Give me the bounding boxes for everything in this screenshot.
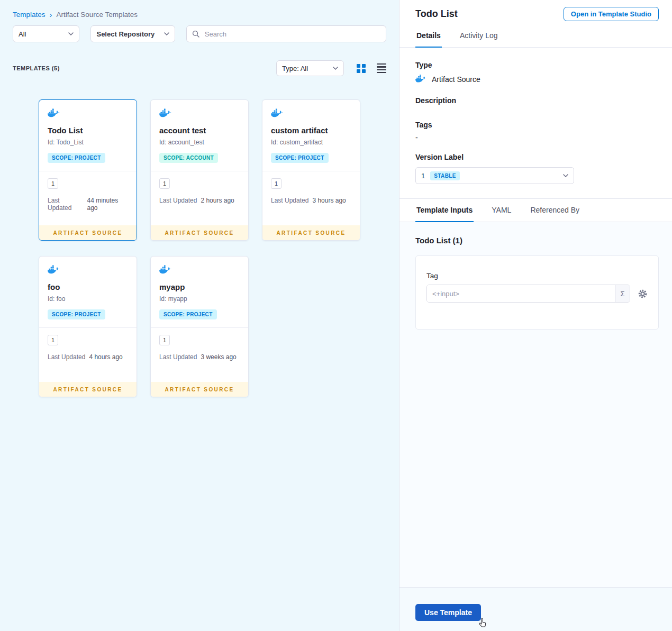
list-header: TEMPLATES (5) Type: All — [0, 60, 399, 76]
repository-filter-label: Select Repository — [96, 30, 155, 38]
tab-details[interactable]: Details — [415, 24, 442, 47]
scope-badge: SCOPE: ACCOUNT — [159, 153, 218, 163]
template-card[interactable]: foo Id: foo SCOPE: PROJECT 1 Last Update… — [39, 256, 137, 397]
tag-input-card: Tag Σ — [415, 255, 659, 330]
template-card-grid: Todo List Id: Todo_List SCOPE: PROJECT 1… — [39, 99, 360, 397]
template-name: account test — [159, 126, 240, 135]
breadcrumb-current: Artifact Source Templates — [57, 11, 138, 19]
template-id: Id: myapp — [159, 295, 240, 303]
chevron-down-icon — [563, 174, 568, 177]
last-updated-row: Last Updated 3 hours ago — [271, 197, 351, 204]
breadcrumb-templates-link[interactable]: Templates — [13, 11, 46, 19]
template-card[interactable]: account test Id: account_test SCOPE: ACC… — [150, 99, 249, 241]
breadcrumb: Templates › Artifact Source Templates — [0, 0, 399, 19]
list-view-icon[interactable] — [377, 62, 386, 75]
version-count-badge: 1 — [159, 335, 170, 345]
version-count-badge: 1 — [48, 178, 58, 189]
artifact-source-band: ARTIFACT SOURCE — [151, 382, 248, 397]
last-updated-row: Last Updated 4 hours ago — [48, 353, 128, 361]
template-id: Id: custom_artifact — [271, 139, 351, 146]
card-divider — [39, 327, 137, 328]
version-count-badge: 1 — [159, 178, 170, 189]
type-value: Artifact Source — [432, 75, 480, 84]
version-value: 1 — [421, 172, 425, 180]
artifact-source-band: ARTIFACT SOURCE — [151, 225, 248, 240]
use-template-button[interactable]: Use Template — [415, 604, 481, 621]
inputs-section-title: Todo List (1) — [415, 236, 659, 245]
chevron-down-icon — [164, 32, 169, 35]
card-divider — [151, 327, 248, 328]
search-input[interactable] — [204, 30, 380, 39]
chevron-down-icon — [333, 67, 338, 70]
tag-row: Σ — [426, 285, 648, 303]
stable-badge: STABLE — [430, 171, 460, 180]
last-updated-label: Last Updated — [48, 353, 85, 361]
type-row: Artifact Source — [415, 75, 656, 84]
artifact-source-band: ARTIFACT SOURCE — [39, 225, 137, 240]
app-window: Templates › Artifact Source Templates Al… — [0, 0, 672, 631]
input-settings-gear-icon[interactable] — [638, 289, 648, 299]
artifact-source-band: ARTIFACT SOURCE — [39, 382, 137, 397]
template-name: foo — [48, 282, 128, 291]
tags-label: Tags — [415, 121, 656, 129]
description-label: Description — [415, 96, 656, 105]
template-id: Id: account_test — [159, 139, 240, 146]
tab-template-inputs[interactable]: Template Inputs — [415, 199, 474, 222]
templates-count-label: TEMPLATES (5) — [13, 65, 60, 71]
tag-label: Tag — [426, 272, 648, 280]
card-divider — [39, 171, 137, 171]
scope-badge: SCOPE: PROJECT — [159, 309, 217, 319]
grid-view-icon[interactable] — [357, 64, 366, 73]
template-id: Id: Todo_List — [48, 139, 128, 146]
docker-whale-icon — [159, 265, 240, 276]
template-name: myapp — [159, 282, 240, 291]
card-divider — [151, 171, 248, 171]
card-divider — [262, 171, 360, 171]
tab-yaml[interactable]: YAML — [491, 199, 512, 222]
panel-title: Todo List — [415, 8, 458, 20]
template-card[interactable]: myapp Id: myapp SCOPE: PROJECT 1 Last Up… — [150, 256, 249, 397]
inner-tabs: Template Inputs YAML Referenced By — [399, 199, 672, 222]
docker-whale-icon — [159, 108, 240, 120]
tab-referenced-by[interactable]: Referenced By — [529, 199, 580, 222]
last-updated-label: Last Updated — [159, 353, 197, 361]
tab-activity-log[interactable]: Activity Log — [459, 24, 499, 47]
artifact-source-band: ARTIFACT SOURCE — [262, 225, 360, 240]
scope-badge: SCOPE: PROJECT — [48, 153, 105, 163]
docker-whale-icon — [48, 265, 128, 276]
expression-sigma-button[interactable]: Σ — [615, 285, 630, 302]
version-label-select[interactable]: 1 STABLE — [415, 167, 574, 184]
chevron-down-icon — [68, 32, 74, 35]
version-label: Version Label — [415, 153, 656, 161]
version-count-badge: 1 — [271, 178, 281, 189]
last-updated-label: Last Updated — [48, 197, 83, 212]
docker-whale-icon — [271, 108, 351, 120]
template-details-panel: Todo List Open in Template Studio Detail… — [399, 0, 672, 631]
scope-filter-value: All — [19, 30, 26, 38]
breadcrumb-separator-icon: › — [50, 10, 52, 19]
scope-filter-select[interactable]: All — [13, 25, 79, 42]
template-card[interactable]: Todo List Id: Todo_List SCOPE: PROJECT 1… — [39, 99, 137, 241]
scope-badge: SCOPE: PROJECT — [48, 309, 105, 319]
template-id: Id: foo — [48, 295, 128, 303]
scope-badge: SCOPE: PROJECT — [271, 153, 329, 163]
details-section: Type Artifact — [399, 48, 672, 199]
details-tabs: Details Activity Log — [399, 24, 672, 48]
templates-list-panel: Templates › Artifact Source Templates Al… — [0, 0, 399, 631]
type-filter-select[interactable]: Type: All — [276, 60, 344, 76]
last-updated-value: 3 weeks ago — [201, 353, 236, 361]
type-label: Type — [415, 61, 656, 69]
template-name: Todo List — [48, 126, 128, 135]
repository-filter-select[interactable]: Select Repository — [90, 25, 175, 42]
last-updated-row: Last Updated 44 minutes ago — [48, 197, 128, 212]
open-in-template-studio-button[interactable]: Open in Template Studio — [564, 7, 659, 21]
template-card[interactable]: custom artifact Id: custom_artifact SCOP… — [262, 99, 360, 241]
search-box — [186, 25, 386, 42]
last-updated-value: 2 hours ago — [201, 197, 234, 204]
type-filter-value: Type: All — [282, 65, 308, 72]
tag-input[interactable] — [427, 285, 615, 302]
search-icon — [192, 30, 199, 38]
last-updated-value: 3 hours ago — [312, 197, 346, 204]
template-name: custom artifact — [271, 126, 351, 135]
last-updated-row: Last Updated 2 hours ago — [159, 197, 240, 204]
